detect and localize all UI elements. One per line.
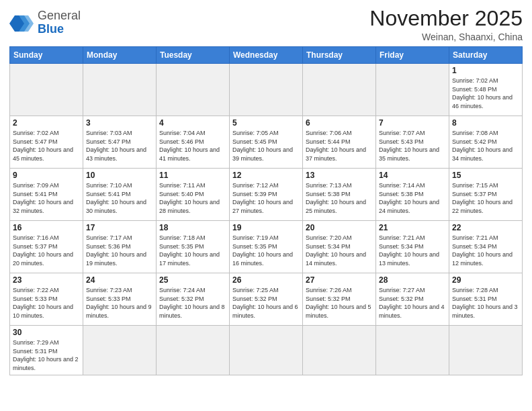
calendar: Sunday Monday Tuesday Wednesday Thursday… bbox=[9, 46, 523, 375]
logo-general: General bbox=[38, 9, 81, 22]
day-number: 19 bbox=[232, 223, 300, 232]
calendar-row: 30Sunrise: 7:29 AMSunset: 5:31 PMDayligh… bbox=[10, 326, 523, 375]
header-saturday: Saturday bbox=[449, 47, 523, 64]
day-number: 12 bbox=[232, 171, 300, 180]
day-info: Sunrise: 7:14 AMSunset: 5:38 PMDaylight:… bbox=[379, 182, 439, 214]
calendar-cell bbox=[157, 64, 230, 116]
calendar-cell: 14Sunrise: 7:14 AMSunset: 5:38 PMDayligh… bbox=[376, 169, 449, 221]
day-info: Sunrise: 7:23 AMSunset: 5:33 PMDaylight:… bbox=[86, 287, 152, 319]
logo-icon bbox=[9, 10, 35, 36]
calendar-cell bbox=[230, 326, 303, 375]
day-info: Sunrise: 7:08 AMSunset: 5:42 PMDaylight:… bbox=[452, 130, 513, 162]
calendar-cell bbox=[10, 64, 83, 116]
day-info: Sunrise: 7:12 AMSunset: 5:39 PMDaylight:… bbox=[232, 182, 293, 214]
calendar-row: 16Sunrise: 7:16 AMSunset: 5:37 PMDayligh… bbox=[10, 221, 523, 273]
day-number: 11 bbox=[159, 171, 226, 180]
header-monday: Monday bbox=[83, 47, 157, 64]
day-info: Sunrise: 7:10 AMSunset: 5:41 PMDaylight:… bbox=[86, 182, 146, 214]
calendar-row: 23Sunrise: 7:22 AMSunset: 5:33 PMDayligh… bbox=[10, 273, 523, 326]
calendar-cell: 27Sunrise: 7:26 AMSunset: 5:32 PMDayligh… bbox=[303, 273, 376, 326]
calendar-cell: 11Sunrise: 7:11 AMSunset: 5:40 PMDayligh… bbox=[157, 169, 230, 221]
calendar-cell: 8Sunrise: 7:08 AMSunset: 5:42 PMDaylight… bbox=[449, 116, 523, 169]
calendar-cell: 22Sunrise: 7:21 AMSunset: 5:34 PMDayligh… bbox=[449, 221, 523, 273]
calendar-cell: 3Sunrise: 7:03 AMSunset: 5:47 PMDaylight… bbox=[83, 116, 157, 169]
day-number: 13 bbox=[306, 171, 373, 180]
calendar-cell: 1Sunrise: 7:02 AMSunset: 5:48 PMDaylight… bbox=[449, 64, 523, 116]
day-info: Sunrise: 7:15 AMSunset: 5:37 PMDaylight:… bbox=[452, 182, 513, 214]
calendar-cell: 10Sunrise: 7:10 AMSunset: 5:41 PMDayligh… bbox=[83, 169, 157, 221]
day-number: 21 bbox=[379, 223, 446, 232]
calendar-cell: 24Sunrise: 7:23 AMSunset: 5:33 PMDayligh… bbox=[83, 273, 157, 326]
calendar-cell bbox=[303, 326, 376, 375]
day-info: Sunrise: 7:07 AMSunset: 5:43 PMDaylight:… bbox=[379, 130, 439, 162]
day-number: 28 bbox=[379, 275, 446, 285]
day-number: 17 bbox=[86, 223, 153, 232]
calendar-cell: 28Sunrise: 7:27 AMSunset: 5:32 PMDayligh… bbox=[376, 273, 449, 326]
day-number: 27 bbox=[306, 275, 373, 285]
calendar-cell: 23Sunrise: 7:22 AMSunset: 5:33 PMDayligh… bbox=[10, 273, 83, 326]
header-sunday: Sunday bbox=[10, 47, 83, 64]
day-number: 26 bbox=[232, 275, 300, 285]
day-info: Sunrise: 7:04 AMSunset: 5:46 PMDaylight:… bbox=[159, 130, 220, 162]
day-info: Sunrise: 7:05 AMSunset: 5:45 PMDaylight:… bbox=[232, 130, 293, 162]
day-number: 22 bbox=[452, 223, 519, 232]
day-info: Sunrise: 7:18 AMSunset: 5:35 PMDaylight:… bbox=[159, 234, 220, 267]
day-number: 16 bbox=[13, 223, 80, 232]
day-number: 30 bbox=[13, 328, 80, 337]
calendar-cell: 30Sunrise: 7:29 AMSunset: 5:31 PMDayligh… bbox=[10, 326, 83, 375]
calendar-cell: 20Sunrise: 7:20 AMSunset: 5:34 PMDayligh… bbox=[303, 221, 376, 273]
title-block: November 2025 Weinan, Shaanxi, China bbox=[369, 7, 523, 42]
day-info: Sunrise: 7:29 AMSunset: 5:31 PMDaylight:… bbox=[13, 339, 79, 371]
header-tuesday: Tuesday bbox=[157, 47, 230, 64]
day-info: Sunrise: 7:03 AMSunset: 5:47 PMDaylight:… bbox=[86, 130, 146, 162]
day-info: Sunrise: 7:21 AMSunset: 5:34 PMDaylight:… bbox=[379, 234, 439, 267]
header-friday: Friday bbox=[376, 47, 449, 64]
day-number: 24 bbox=[86, 275, 153, 285]
calendar-cell bbox=[376, 64, 449, 116]
calendar-row: 9Sunrise: 7:09 AMSunset: 5:41 PMDaylight… bbox=[10, 169, 523, 221]
header: General Blue November 2025 Weinan, Shaan… bbox=[9, 7, 523, 42]
day-info: Sunrise: 7:17 AMSunset: 5:36 PMDaylight:… bbox=[86, 234, 146, 267]
calendar-cell: 7Sunrise: 7:07 AMSunset: 5:43 PMDaylight… bbox=[376, 116, 449, 169]
page: General Blue November 2025 Weinan, Shaan… bbox=[0, 0, 532, 411]
day-info: Sunrise: 7:13 AMSunset: 5:38 PMDaylight:… bbox=[306, 182, 366, 214]
calendar-cell bbox=[303, 64, 376, 116]
day-number: 4 bbox=[159, 118, 226, 128]
calendar-cell: 13Sunrise: 7:13 AMSunset: 5:38 PMDayligh… bbox=[303, 169, 376, 221]
calendar-cell: 6Sunrise: 7:06 AMSunset: 5:44 PMDaylight… bbox=[303, 116, 376, 169]
calendar-cell: 12Sunrise: 7:12 AMSunset: 5:39 PMDayligh… bbox=[230, 169, 303, 221]
day-info: Sunrise: 7:06 AMSunset: 5:44 PMDaylight:… bbox=[306, 130, 366, 162]
calendar-cell bbox=[449, 326, 523, 375]
day-info: Sunrise: 7:25 AMSunset: 5:32 PMDaylight:… bbox=[232, 287, 298, 319]
day-number: 8 bbox=[452, 118, 519, 128]
day-info: Sunrise: 7:21 AMSunset: 5:34 PMDaylight:… bbox=[452, 234, 513, 267]
day-number: 3 bbox=[86, 118, 153, 128]
day-number: 1 bbox=[452, 66, 519, 75]
day-number: 20 bbox=[306, 223, 373, 232]
logo-text: General Blue bbox=[38, 9, 81, 36]
calendar-cell: 17Sunrise: 7:17 AMSunset: 5:36 PMDayligh… bbox=[83, 221, 157, 273]
calendar-cell: 16Sunrise: 7:16 AMSunset: 5:37 PMDayligh… bbox=[10, 221, 83, 273]
day-number: 23 bbox=[13, 275, 80, 285]
calendar-row: 1Sunrise: 7:02 AMSunset: 5:48 PMDaylight… bbox=[10, 64, 523, 116]
calendar-row: 2Sunrise: 7:02 AMSunset: 5:47 PMDaylight… bbox=[10, 116, 523, 169]
day-info: Sunrise: 7:24 AMSunset: 5:32 PMDaylight:… bbox=[159, 287, 225, 319]
subtitle: Weinan, Shaanxi, China bbox=[369, 32, 523, 42]
calendar-cell: 2Sunrise: 7:02 AMSunset: 5:47 PMDaylight… bbox=[10, 116, 83, 169]
header-wednesday: Wednesday bbox=[230, 47, 303, 64]
calendar-cell bbox=[230, 64, 303, 116]
day-info: Sunrise: 7:28 AMSunset: 5:31 PMDaylight:… bbox=[452, 287, 518, 319]
day-info: Sunrise: 7:20 AMSunset: 5:34 PMDaylight:… bbox=[306, 234, 366, 267]
day-number: 10 bbox=[86, 171, 153, 180]
calendar-cell: 9Sunrise: 7:09 AMSunset: 5:41 PMDaylight… bbox=[10, 169, 83, 221]
day-info: Sunrise: 7:02 AMSunset: 5:47 PMDaylight:… bbox=[13, 130, 73, 162]
calendar-cell: 5Sunrise: 7:05 AMSunset: 5:45 PMDaylight… bbox=[230, 116, 303, 169]
header-thursday: Thursday bbox=[303, 47, 376, 64]
day-number: 25 bbox=[159, 275, 226, 285]
day-info: Sunrise: 7:09 AMSunset: 5:41 PMDaylight:… bbox=[13, 182, 73, 214]
day-info: Sunrise: 7:19 AMSunset: 5:35 PMDaylight:… bbox=[232, 234, 293, 267]
day-number: 5 bbox=[232, 118, 300, 128]
calendar-cell: 21Sunrise: 7:21 AMSunset: 5:34 PMDayligh… bbox=[376, 221, 449, 273]
logo: General Blue bbox=[9, 9, 81, 36]
calendar-cell: 29Sunrise: 7:28 AMSunset: 5:31 PMDayligh… bbox=[449, 273, 523, 326]
